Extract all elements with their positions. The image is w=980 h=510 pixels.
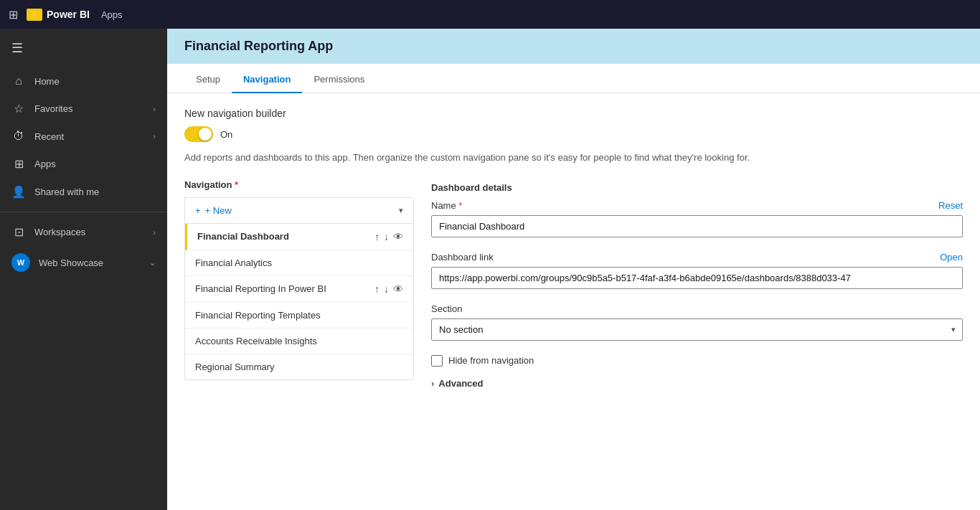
nav-item-actions-0: ↑ ↓ 👁 — [374, 231, 403, 242]
hide-nav-label: Hide from navigation — [448, 355, 534, 366]
app-title: Financial Reporting App — [184, 39, 333, 53]
nav-item-actions-2: ↑ ↓ 👁 — [374, 283, 403, 295]
nav-new-left: + + New — [195, 205, 232, 216]
toggle-on-label: On — [220, 129, 232, 140]
nav-item-label-regional-summary: Regional Summary — [195, 362, 403, 372]
name-header: Name * Reset — [431, 200, 963, 211]
topbar: ⊞ ⚡ Power BI Apps — [0, 0, 980, 29]
nav-required-star: * — [232, 179, 238, 190]
link-label: Dashboard link — [431, 252, 494, 263]
name-required-star: * — [456, 200, 463, 211]
name-section: Name * Reset — [431, 200, 963, 237]
two-col-layout: Navigation * + + New ▾ — [184, 179, 963, 389]
tab-permissions[interactable]: Permissions — [302, 64, 376, 93]
sidebar-item-shared[interactable]: 👤 Shared with me — [0, 178, 167, 206]
sidebar-apps-label: Apps — [34, 159, 156, 169]
favorites-icon: ☆ — [11, 102, 26, 115]
col-right: Dashboard details Name * Reset — [431, 179, 963, 389]
logo: ⚡ Power BI — [27, 9, 90, 21]
nav-item-accounts-receivable[interactable]: Accounts Receivable Insights — [185, 329, 413, 354]
visibility-icon-2[interactable]: 👁 — [393, 283, 403, 295]
topbar-apps-label: Apps — [101, 9, 123, 20]
nav-item-regional-summary[interactable]: Regional Summary — [185, 354, 413, 379]
sidebar-item-home[interactable]: ⌂ Home — [0, 67, 167, 95]
move-down-icon-2[interactable]: ↓ — [384, 283, 389, 295]
nav-item-label-reporting-power-bi: Financial Reporting In Power BI — [195, 283, 374, 294]
new-label: + New — [205, 205, 232, 216]
move-up-icon-2[interactable]: ↑ — [374, 283, 380, 295]
advanced-chevron-icon: › — [431, 378, 434, 389]
plus-icon: + — [195, 205, 201, 216]
section-label: Section — [431, 303, 462, 314]
sidebar-item-recent[interactable]: ⏱ Recent › — [0, 123, 167, 150]
sidebar-item-workspaces[interactable]: ⊡ Workspaces › — [0, 218, 167, 246]
hide-nav-checkbox[interactable] — [431, 355, 443, 367]
advanced-label: Advanced — [438, 378, 483, 389]
nav-item-label-financial-dashboard: Financial Dashboard — [197, 231, 374, 242]
home-icon: ⌂ — [11, 75, 26, 88]
logo-text: Power BI — [47, 9, 90, 20]
nav-builder-title: New navigation builder — [184, 108, 963, 119]
move-up-icon[interactable]: ↑ — [374, 231, 380, 242]
nav-item-label-accounts-receivable: Accounts Receivable Insights — [195, 336, 403, 346]
sidebar-recent-label: Recent — [34, 131, 144, 142]
section-field: Section No section ▾ — [431, 303, 963, 341]
nav-item-label-financial-analytics: Financial Analytics — [195, 258, 403, 268]
webshowcase-avatar: W — [11, 253, 30, 272]
link-input[interactable] — [431, 267, 963, 289]
webshowcase-chevron-icon: ⌄ — [149, 258, 156, 268]
link-section: Dashboard link Open — [431, 252, 963, 289]
nav-list-container: + + New ▾ Financial Dashboard ↑ ↓ 👁 — [184, 197, 414, 380]
sidebar: ☰ ⌂ Home ☆ Favorites › ⏱ Recent › ⊞ Apps… — [0, 29, 167, 510]
col-left: Navigation * + + New ▾ — [184, 179, 414, 389]
hide-nav-row: Hide from navigation — [431, 355, 963, 367]
sidebar-divider — [0, 212, 167, 212]
reset-link[interactable]: Reset — [938, 200, 963, 211]
grid-icon[interactable]: ⊞ — [9, 8, 18, 22]
main-content: New navigation builder On Add reports an… — [167, 93, 980, 510]
link-header: Dashboard link Open — [431, 252, 963, 263]
nav-description: Add reports and dashboards to this app. … — [184, 151, 963, 165]
nav-item-financial-dashboard[interactable]: Financial Dashboard ↑ ↓ 👁 — [185, 224, 413, 250]
tab-setup[interactable]: Setup — [184, 64, 232, 93]
nav-item-financial-analytics[interactable]: Financial Analytics — [185, 250, 413, 276]
nav-builder-section: New navigation builder On Add reports an… — [184, 108, 963, 165]
toggle-row: On — [184, 126, 963, 142]
toggle-knob — [199, 128, 212, 141]
tab-navigation[interactable]: Navigation — [232, 64, 302, 93]
sidebar-favorites-label: Favorites — [34, 103, 144, 114]
sidebar-item-favorites[interactable]: ☆ Favorites › — [0, 95, 167, 123]
apps-icon: ⊞ — [11, 157, 26, 171]
sidebar-webshowcase-label: Web Showcase — [39, 258, 141, 268]
hamburger-button[interactable]: ☰ — [0, 34, 167, 67]
main-layout: ☰ ⌂ Home ☆ Favorites › ⏱ Recent › ⊞ Apps… — [0, 29, 980, 510]
sidebar-item-apps[interactable]: ⊞ Apps — [0, 150, 167, 178]
name-input[interactable] — [431, 215, 963, 237]
nav-builder-toggle[interactable] — [184, 126, 213, 142]
tabs-row: Setup Navigation Permissions — [167, 64, 980, 93]
new-chevron-icon: ▾ — [399, 206, 403, 215]
section-select[interactable]: No section — [431, 318, 963, 341]
shared-icon: 👤 — [11, 185, 26, 199]
recent-icon: ⏱ — [11, 130, 26, 143]
open-link[interactable]: Open — [940, 252, 963, 263]
workspaces-icon: ⊡ — [11, 225, 26, 239]
nav-new-button[interactable]: + + New ▾ — [185, 198, 413, 224]
advanced-row[interactable]: › Advanced — [431, 378, 963, 389]
sidebar-shared-label: Shared with me — [34, 186, 156, 197]
section-select-wrapper: No section ▾ — [431, 318, 963, 341]
nav-item-financial-reporting-power-bi[interactable]: Financial Reporting In Power BI ↑ ↓ 👁 — [185, 276, 413, 303]
visibility-icon[interactable]: 👁 — [393, 231, 403, 242]
favorites-chevron-icon: › — [153, 105, 156, 113]
sidebar-item-webshowcase[interactable]: W Web Showcase ⌄ — [0, 246, 167, 279]
nav-item-label-reporting-templates: Financial Reporting Templates — [195, 310, 403, 321]
move-down-icon[interactable]: ↓ — [384, 231, 389, 242]
nav-item-financial-reporting-templates[interactable]: Financial Reporting Templates — [185, 303, 413, 329]
app-header: Financial Reporting App — [167, 29, 980, 64]
content-area: Financial Reporting App Setup Navigation… — [167, 29, 980, 510]
name-label: Name * — [431, 200, 462, 211]
dashboard-details-title: Dashboard details — [431, 182, 963, 193]
section-header: Section — [431, 303, 963, 314]
workspaces-chevron-icon: › — [153, 228, 156, 237]
sidebar-workspaces-label: Workspaces — [34, 227, 144, 237]
